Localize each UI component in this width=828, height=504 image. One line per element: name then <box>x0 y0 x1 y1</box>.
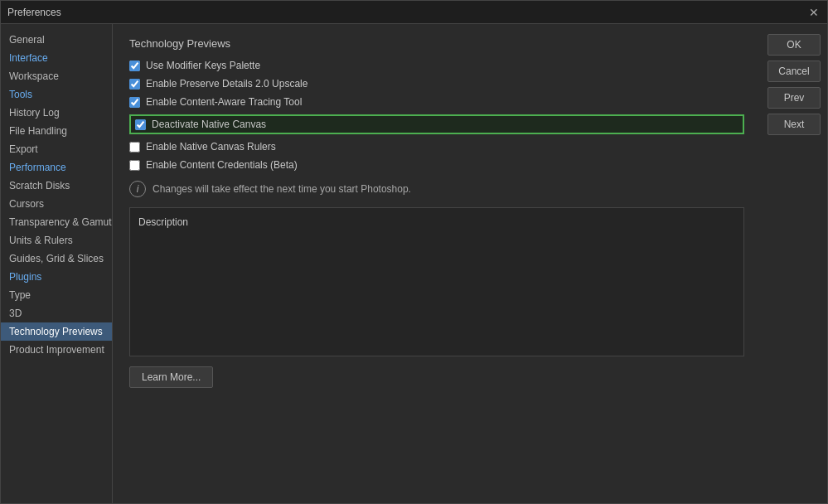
sidebar-item-general[interactable]: General <box>1 31 112 49</box>
cancel-button[interactable]: Cancel <box>767 61 821 82</box>
main-area: Technology Previews Use Modifier Keys Pa… <box>113 24 761 503</box>
checkbox-row-1: Enable Preserve Details 2.0 Upscale <box>129 78 744 90</box>
sidebar-item-export[interactable]: Export <box>1 140 112 158</box>
checkbox-4[interactable] <box>129 142 140 153</box>
sidebar-item-tools[interactable]: Tools <box>1 85 112 104</box>
sidebar-item-technology-previews[interactable]: Technology Previews <box>1 322 112 341</box>
checkbox-label-4: Enable Native Canvas Rulers <box>146 141 276 153</box>
info-row: i Changes will take effect the next time… <box>129 181 744 197</box>
checkbox-2[interactable] <box>129 97 140 108</box>
close-button[interactable]: ✕ <box>807 6 821 19</box>
ok-button[interactable]: OK <box>767 34 821 56</box>
checkbox-1[interactable] <box>129 79 140 90</box>
description-box: Description <box>129 207 744 356</box>
sidebar-item-plugins[interactable]: Plugins <box>1 268 112 286</box>
description-title: Description <box>138 216 735 228</box>
sidebar-item-performance[interactable]: Performance <box>1 158 112 177</box>
checkbox-row-4: Enable Native Canvas Rulers <box>129 141 744 153</box>
sidebar-item-units-rulers[interactable]: Units & Rulers <box>1 231 112 250</box>
section-title: Technology Previews <box>129 37 744 50</box>
window-title: Preferences <box>7 7 61 18</box>
content-area: GeneralInterfaceWorkspaceToolsHistory Lo… <box>1 24 827 503</box>
info-icon: i <box>129 181 146 197</box>
sidebar-item-workspace[interactable]: Workspace <box>1 67 112 85</box>
sidebar-item-3d[interactable]: 3D <box>1 304 112 322</box>
next-button[interactable]: Next <box>767 114 821 135</box>
checkbox-label-1: Enable Preserve Details 2.0 Upscale <box>146 78 307 90</box>
sidebar-item-cursors[interactable]: Cursors <box>1 195 112 213</box>
checkboxes-container: Use Modifier Keys PaletteEnable Preserve… <box>129 60 744 171</box>
checkbox-label-0: Use Modifier Keys Palette <box>146 60 260 71</box>
titlebar: Preferences ✕ <box>1 1 827 24</box>
checkbox-label-5: Enable Content Credentials (Beta) <box>146 159 298 171</box>
checkbox-0[interactable] <box>129 61 140 71</box>
checkbox-3[interactable] <box>135 119 146 130</box>
checkbox-row-3: Deactivate Native Canvas <box>129 114 744 134</box>
info-message: Changes will take effect the next time y… <box>153 183 411 195</box>
checkbox-5[interactable] <box>129 160 140 171</box>
checkbox-row-0: Use Modifier Keys Palette <box>129 60 744 71</box>
checkbox-label-3: Deactivate Native Canvas <box>152 119 266 130</box>
sidebar-item-guides-grid-slices[interactable]: Guides, Grid & Slices <box>1 250 112 268</box>
main-content: Technology Previews Use Modifier Keys Pa… <box>113 24 761 503</box>
sidebar-item-type[interactable]: Type <box>1 286 112 304</box>
sidebar: GeneralInterfaceWorkspaceToolsHistory Lo… <box>1 24 113 503</box>
prev-button[interactable]: Prev <box>767 87 821 109</box>
sidebar-item-scratch-disks[interactable]: Scratch Disks <box>1 177 112 195</box>
sidebar-item-file-handling[interactable]: File Handling <box>1 122 112 140</box>
checkbox-label-2: Enable Content-Aware Tracing Tool <box>146 96 302 108</box>
preferences-window: Preferences ✕ GeneralInterfaceWorkspaceT… <box>0 0 828 504</box>
right-buttons: OK Cancel Prev Next <box>761 24 827 503</box>
sidebar-item-history-log[interactable]: History Log <box>1 104 112 122</box>
close-icon: ✕ <box>809 6 819 19</box>
learn-more-button[interactable]: Learn More... <box>129 366 213 388</box>
checkbox-row-5: Enable Content Credentials (Beta) <box>129 159 744 171</box>
checkbox-row-2: Enable Content-Aware Tracing Tool <box>129 96 744 108</box>
sidebar-item-product-improvement[interactable]: Product Improvement <box>1 341 112 359</box>
sidebar-item-transparency-gamut[interactable]: Transparency & Gamut <box>1 213 112 231</box>
sidebar-item-interface[interactable]: Interface <box>1 49 112 67</box>
